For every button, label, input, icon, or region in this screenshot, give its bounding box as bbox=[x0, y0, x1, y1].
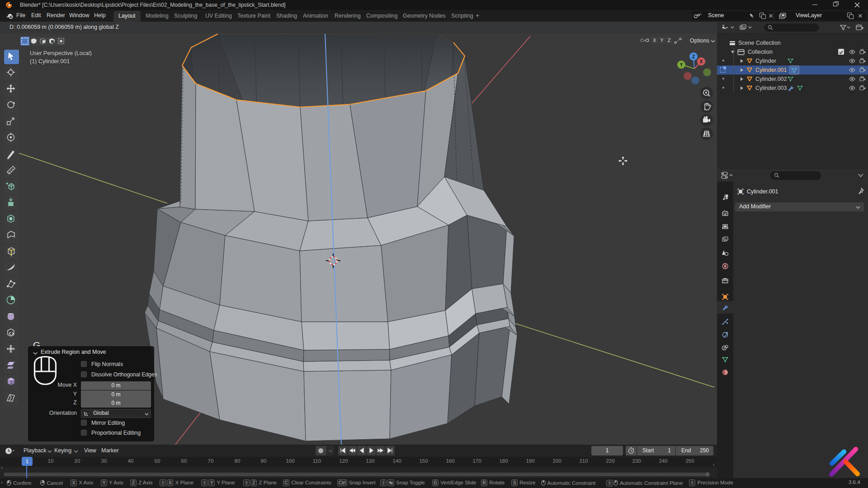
svg-text:X: X bbox=[700, 59, 703, 64]
svg-text:Z: Z bbox=[692, 54, 695, 59]
svg-text:Y: Y bbox=[680, 62, 683, 67]
